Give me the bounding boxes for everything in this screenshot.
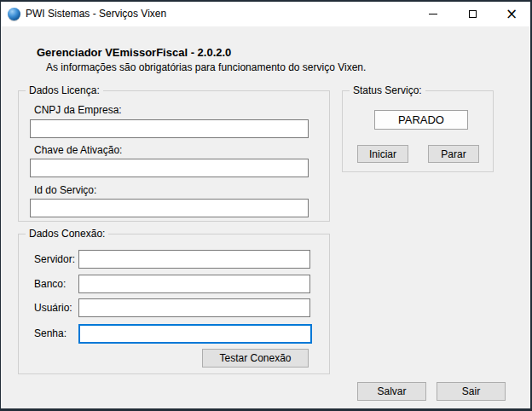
connection-group-title: Dados Conexão: xyxy=(26,228,108,240)
service-id-label: Id do Serviço: xyxy=(34,184,96,196)
close-icon: × xyxy=(506,7,518,21)
minimize-button[interactable] xyxy=(413,2,453,26)
server-label: Servidor: xyxy=(34,253,75,265)
password-label: Senha: xyxy=(34,327,66,339)
page-subtitle: As informações são obrigatórias para fun… xyxy=(46,61,366,73)
license-group-title: Dados Licença: xyxy=(26,84,103,96)
service-id-input[interactable] xyxy=(30,199,309,217)
window-title: PWI Sistemas - Serviços Vixen xyxy=(26,2,166,26)
exit-button[interactable]: Sair xyxy=(437,382,506,401)
cnpj-label: CNPJ da Empresa: xyxy=(34,104,122,116)
titlebar[interactable]: PWI Sistemas - Serviços Vixen × xyxy=(1,2,530,26)
server-input[interactable] xyxy=(78,250,310,269)
cnpj-input[interactable] xyxy=(30,119,309,138)
stop-service-button[interactable]: Parar xyxy=(428,145,479,163)
database-label: Banco: xyxy=(34,278,66,290)
close-button[interactable]: × xyxy=(492,2,531,26)
test-connection-button[interactable]: Testar Conexão xyxy=(202,349,309,368)
username-input[interactable] xyxy=(78,298,310,317)
database-input[interactable] xyxy=(78,275,310,293)
start-service-button[interactable]: Iniciar xyxy=(357,145,408,163)
username-label: Usuário: xyxy=(34,302,72,314)
password-input[interactable] xyxy=(78,324,312,344)
status-groupbox: Status Serviço: PARADO Iniciar Parar xyxy=(342,90,494,172)
license-groupbox: Dados Licença: CNPJ da Empresa: Chave de… xyxy=(18,90,330,222)
maximize-icon xyxy=(469,10,477,18)
activation-key-label: Chave de Ativação: xyxy=(34,144,122,156)
maximize-button[interactable] xyxy=(453,2,492,26)
status-group-title: Status Serviço: xyxy=(350,84,425,96)
activation-key-input[interactable] xyxy=(30,159,309,177)
save-button[interactable]: Salvar xyxy=(357,382,426,401)
page-title: Gerenciador VEmissorFiscal - 2.0.2.0 xyxy=(37,46,231,59)
minimize-icon xyxy=(429,14,437,14)
app-window: PWI Sistemas - Serviços Vixen × Gerencia… xyxy=(0,0,532,411)
vixen-globe-icon xyxy=(8,8,20,20)
connection-groupbox: Dados Conexão: Servidor: Banco: Usuário:… xyxy=(18,234,330,374)
service-status-badge: PARADO xyxy=(374,110,468,130)
